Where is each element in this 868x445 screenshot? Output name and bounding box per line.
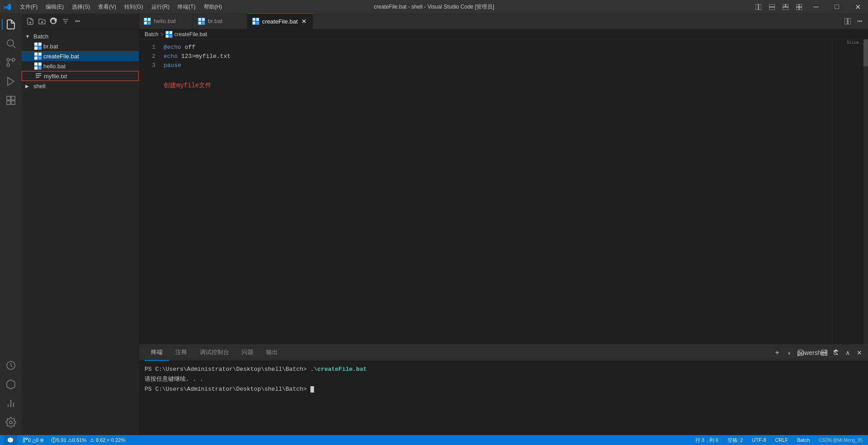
- activity-search[interactable]: [2, 34, 20, 52]
- refresh-button[interactable]: [49, 16, 59, 26]
- code-line-2: echo 123>myfile.txt: [164, 52, 832, 61]
- layout-icon-1[interactable]: [752, 2, 764, 12]
- svg-rect-73: [821, 353, 827, 355]
- indent-status[interactable]: 空格: 2: [726, 435, 745, 445]
- layout-icon-2[interactable]: [766, 2, 778, 12]
- sidebar-toolbar: ···: [22, 14, 139, 29]
- menu-terminal[interactable]: 终端(T): [174, 2, 199, 12]
- layout-icon-4[interactable]: [793, 2, 805, 12]
- svg-rect-2: [769, 4, 775, 7]
- terminal-tab-problems[interactable]: 问题: [235, 345, 260, 361]
- delete-terminal-button[interactable]: [831, 348, 841, 358]
- bat-tab-icon-createfile: [252, 18, 259, 25]
- error-icon: [51, 437, 56, 443]
- tree-item-myfile-txt[interactable]: myfile.txt: [22, 71, 139, 81]
- new-file-button[interactable]: [25, 16, 35, 26]
- breadcrumb-file[interactable]: createFile.bat: [174, 31, 207, 38]
- svg-rect-37: [38, 52, 42, 56]
- bat-tab-icon-hello: [144, 18, 151, 25]
- line-endings-status[interactable]: CRLF: [773, 435, 790, 445]
- menu-edit[interactable]: 编辑(E): [42, 2, 67, 12]
- menu-run[interactable]: 运行(R): [148, 2, 174, 12]
- keyword-pause: pause: [164, 61, 181, 70]
- svg-rect-72: [821, 350, 827, 352]
- restore-button[interactable]: □: [826, 0, 847, 14]
- more-actions-button[interactable]: ···: [72, 16, 82, 26]
- close-panel-button[interactable]: ✕: [854, 348, 864, 358]
- status-bar-right: 行 3，列 6 空格: 2 UTF-8 CRLF Batch CSDN @Mr.…: [694, 435, 865, 445]
- code-editor[interactable]: @echo off echo 123>myfile.txt pause 创建m: [162, 39, 832, 345]
- breadcrumb-batch[interactable]: Batch: [145, 31, 159, 38]
- svg-point-76: [23, 438, 25, 440]
- terminal-tab-terminal[interactable]: 终端: [145, 345, 169, 361]
- breadcrumb-bat-icon: [165, 31, 173, 38]
- cursor-position-status[interactable]: 行 3，列 6: [694, 435, 720, 445]
- svg-point-14: [7, 64, 9, 66]
- file-tree: ▼ Batch br.bat: [22, 29, 139, 435]
- keyword-echo2: echo: [164, 52, 178, 61]
- sidebar: ··· ▼ Batch br.bat: [22, 14, 139, 435]
- activity-remote[interactable]: [2, 375, 20, 393]
- collapse-button[interactable]: [61, 16, 70, 26]
- menu-view[interactable]: 查看(V): [94, 2, 120, 12]
- tree-item-createfile-bat[interactable]: createFile.bat: [22, 51, 139, 61]
- activity-extensions[interactable]: [2, 91, 20, 109]
- activity-source-control[interactable]: [2, 53, 20, 71]
- tab-close-createfile[interactable]: ✕: [300, 18, 308, 25]
- split-editor-button[interactable]: [843, 16, 853, 26]
- terminal-tab-debug-console[interactable]: 调试控制台: [193, 345, 235, 361]
- txt-icon-myfile: [35, 73, 42, 79]
- code-line-3: pause: [164, 61, 832, 70]
- terminal-tab-comments[interactable]: 注释: [169, 345, 193, 361]
- split-terminal-button[interactable]: ∨: [784, 348, 794, 358]
- new-terminal-button[interactable]: +: [772, 348, 782, 358]
- svg-rect-52: [148, 22, 150, 24]
- editor-content: 1 2 3 @echo off echo 123>myfile.txt: [139, 39, 868, 345]
- menu-help[interactable]: 帮助(H): [200, 2, 226, 12]
- terminal-content[interactable]: PS C:\Users\Administrator\Desktop\shell\…: [139, 361, 868, 435]
- git-branch-status[interactable]: 0 △0 ⊗: [21, 435, 46, 445]
- close-button[interactable]: ✕: [847, 0, 868, 14]
- svg-marker-16: [8, 77, 14, 85]
- minimize-button[interactable]: ─: [806, 0, 826, 14]
- menu-bar: 文件(F) 编辑(E) 选择(S) 查看(V) 转到(G) 运行(R) 终端(T…: [16, 2, 225, 12]
- annotation-area: 创建myfile文件: [164, 70, 832, 98]
- activity-analytics[interactable]: [2, 394, 20, 412]
- activity-timeline[interactable]: [2, 356, 20, 374]
- activity-debug[interactable]: [2, 72, 20, 90]
- tab-createfile-bat[interactable]: createFile.bat ✕: [248, 13, 313, 29]
- tree-item-shell[interactable]: ▶ shell: [22, 81, 139, 91]
- svg-rect-64: [848, 18, 851, 24]
- menu-select[interactable]: 选择(S): [68, 2, 94, 12]
- encoding-status[interactable]: UTF-8: [750, 435, 768, 445]
- maximize-panel-button[interactable]: ∧: [843, 348, 853, 358]
- activity-files[interactable]: [2, 15, 20, 33]
- menu-goto[interactable]: 转到(G): [121, 2, 146, 12]
- error-warning-status[interactable]: 5.91 ⚠0.51% ⚠ 8.62 × 0.22%: [49, 435, 127, 445]
- tree-item-br-bat[interactable]: br.bat: [22, 41, 139, 51]
- tab-br-bat[interactable]: br.bat: [193, 13, 248, 29]
- svg-rect-49: [144, 18, 147, 21]
- terminal-tab-output[interactable]: 输出: [260, 345, 284, 361]
- terminal-path-1: PS C:\Users\Administrator\Desktop\shell\…: [145, 366, 310, 373]
- layout-icon-3[interactable]: [779, 2, 791, 12]
- remote-status[interactable]: [4, 435, 17, 445]
- annotation-text: 创建myfile文件: [164, 82, 211, 89]
- activity-bar: [0, 14, 22, 435]
- language-mode-status[interactable]: Batch: [795, 435, 812, 445]
- tab-hello-bat[interactable]: hello.bat: [139, 13, 193, 29]
- breadcrumb-sep: >: [160, 31, 164, 38]
- activity-settings[interactable]: [2, 413, 20, 431]
- tree-item-hello-bat[interactable]: hello.bat: [22, 61, 139, 71]
- svg-rect-31: [34, 43, 38, 46]
- tree-item-batch[interactable]: ▼ Batch: [22, 31, 139, 41]
- terminal-layout-button[interactable]: [819, 348, 829, 358]
- editor-area: hello.bat br.bat: [139, 14, 868, 435]
- new-folder-button[interactable]: [37, 16, 47, 26]
- bat-icon-createfile: [34, 52, 42, 60]
- more-editor-actions[interactable]: ···: [854, 16, 864, 26]
- menu-file[interactable]: 文件(F): [16, 2, 41, 12]
- terminal-actions: + ∨ powershell: [772, 348, 868, 358]
- vertical-scrollbar-track[interactable]: [863, 39, 868, 345]
- vertical-scrollbar-thumb[interactable]: [863, 39, 868, 66]
